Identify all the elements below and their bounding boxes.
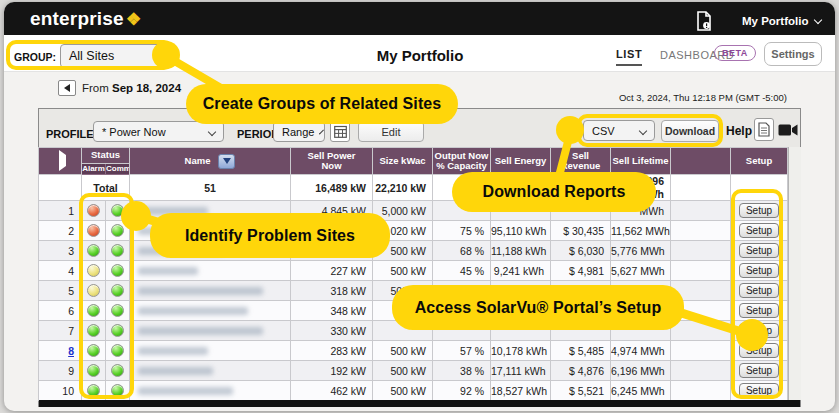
- comm-cell: [106, 261, 130, 281]
- logo-text: enterprise: [30, 8, 124, 29]
- sell-revenue-cell: $ 5,485: [551, 341, 611, 361]
- from-date-value[interactable]: Sep 18, 2024: [112, 82, 181, 94]
- comm-led-green[interactable]: [111, 384, 124, 397]
- help-document-button[interactable]: [754, 118, 774, 141]
- setup-button[interactable]: Setup: [739, 283, 779, 298]
- alarm-led-yellow[interactable]: [87, 264, 100, 277]
- setup-button[interactable]: Setup: [739, 343, 779, 358]
- sell-power-cell: 283 kW: [291, 341, 373, 361]
- download-button[interactable]: Download: [661, 120, 719, 142]
- calendar-button[interactable]: [330, 121, 350, 142]
- row-number: 4: [39, 265, 81, 277]
- comm-led-green[interactable]: [111, 324, 124, 337]
- alarm-led-red[interactable]: [87, 204, 100, 217]
- comm-led-green[interactable]: [111, 284, 124, 297]
- comm-led-green[interactable]: [111, 244, 124, 257]
- col-sell-revenue[interactable]: Sell Revenue: [551, 148, 611, 175]
- horizontal-scrollbar[interactable]: [39, 400, 800, 407]
- col-status[interactable]: Status: [82, 148, 130, 164]
- row-number-cell: 5: [39, 281, 82, 301]
- export-format-value: CSV: [592, 125, 615, 137]
- sell-energy-cell: 17,111 kWh: [491, 361, 551, 381]
- report-export-icon[interactable]: [696, 11, 712, 35]
- comm-cell: [106, 361, 130, 381]
- setup-button[interactable]: Setup: [739, 203, 779, 218]
- period-select[interactable]: Range: [273, 121, 325, 142]
- video-help-button[interactable]: [777, 120, 799, 140]
- site-name-cell[interactable]: [130, 201, 291, 221]
- col-output[interactable]: Output Now % Capacity: [433, 148, 491, 175]
- total-size: 22,210 kW: [373, 175, 433, 201]
- sort-name-button[interactable]: [218, 154, 235, 169]
- setup-button[interactable]: Setup: [739, 363, 779, 378]
- name-header-label: Name: [185, 155, 211, 166]
- vertical-scrollbar-track[interactable]: [788, 147, 801, 400]
- group-select[interactable]: All Sites: [60, 44, 172, 68]
- setup-button[interactable]: Setup: [739, 263, 779, 278]
- sell-revenue-cell: $ 4,981: [551, 261, 611, 281]
- sell-revenue-cell: [551, 201, 611, 221]
- my-portfolio-menu[interactable]: My Portfolio: [742, 15, 821, 27]
- sell-lifetime-cell: MWh: [611, 201, 671, 221]
- site-name-cell[interactable]: [130, 361, 291, 381]
- setup-button[interactable]: Setup: [739, 383, 779, 398]
- row-number-link[interactable]: 8: [39, 345, 81, 357]
- alarm-led-green[interactable]: [87, 384, 100, 397]
- profile-selected-value: * Power Now: [102, 126, 166, 138]
- size-cell: 500 kW: [373, 241, 433, 261]
- setup-button[interactable]: Setup: [739, 243, 779, 258]
- sell-energy-cell: 11,188 kWh: [491, 241, 551, 261]
- comm-led-green[interactable]: [111, 204, 124, 217]
- site-name-cell[interactable]: [130, 261, 291, 281]
- setup-button[interactable]: Setup: [739, 303, 779, 318]
- site-name-cell[interactable]: [130, 221, 291, 241]
- edit-button[interactable]: Edit: [358, 121, 424, 142]
- alarm-led-green[interactable]: [87, 244, 100, 257]
- alarm-led-green[interactable]: [87, 304, 100, 317]
- col-size[interactable]: Size kWac: [373, 148, 433, 175]
- alarm-led-green[interactable]: [87, 324, 100, 337]
- sell-power-cell: 4,845 kW: [291, 201, 373, 221]
- site-name-cell[interactable]: [130, 341, 291, 361]
- alarm-cell: [82, 381, 106, 401]
- col-name[interactable]: Name: [130, 148, 291, 175]
- back-button[interactable]: [58, 80, 76, 96]
- profile-select[interactable]: * Power Now: [93, 121, 224, 142]
- blank-cell: [671, 221, 731, 241]
- setup-cell: Setup: [731, 281, 788, 301]
- setup-button[interactable]: Setup: [739, 323, 779, 338]
- expand-all-button[interactable]: [39, 148, 82, 175]
- col-sell-lifetime[interactable]: Sell Lifetime: [611, 148, 671, 175]
- col-sell-energy[interactable]: Sell Energy: [491, 148, 551, 175]
- blank-cell: [671, 361, 731, 381]
- tab-list[interactable]: LIST: [616, 48, 642, 66]
- alarm-led-green[interactable]: [87, 364, 100, 377]
- settings-button[interactable]: Settings: [764, 42, 822, 66]
- comm-led-green[interactable]: [111, 304, 124, 317]
- comm-led-green[interactable]: [111, 364, 124, 377]
- site-name-cell[interactable]: [130, 301, 291, 321]
- alarm-led-red[interactable]: [87, 224, 100, 237]
- export-format-select[interactable]: CSV: [583, 120, 655, 141]
- col-setup[interactable]: Setup: [731, 148, 788, 175]
- comm-cell: [106, 281, 130, 301]
- total-blank2: [671, 175, 731, 201]
- sell-lifetime-cell: [611, 281, 671, 301]
- site-name-redacted: [138, 367, 213, 375]
- site-name-cell[interactable]: [130, 241, 291, 261]
- setup-button[interactable]: Setup: [739, 223, 779, 238]
- alarm-led-green[interactable]: [87, 344, 100, 357]
- site-name-cell[interactable]: [130, 381, 291, 401]
- site-name-cell[interactable]: [130, 281, 291, 301]
- alarm-led-yellow[interactable]: [87, 284, 100, 297]
- alarm-cell: [82, 221, 106, 241]
- comm-led-green[interactable]: [111, 264, 124, 277]
- site-name-cell[interactable]: [130, 321, 291, 341]
- col-alarm[interactable]: Alarm: [82, 164, 106, 175]
- col-sell-power[interactable]: Sell Power Now: [291, 148, 373, 175]
- col-comm[interactable]: Comm.: [106, 164, 130, 175]
- comm-led-green[interactable]: [111, 224, 124, 237]
- sell-energy-cell: [491, 281, 551, 301]
- comm-led-green[interactable]: [111, 344, 124, 357]
- total-lifetime: 096MWh: [611, 175, 671, 201]
